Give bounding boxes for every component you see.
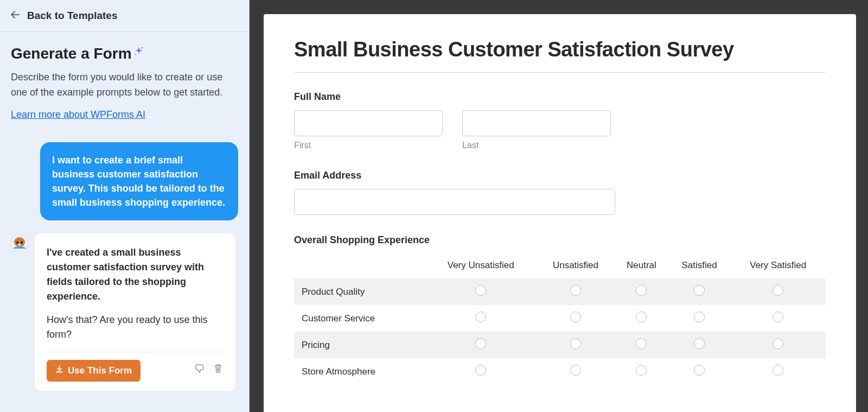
last-name-col: Last xyxy=(462,110,611,150)
matrix-row: Store Atmosphere xyxy=(294,358,826,385)
radio-option[interactable] xyxy=(636,338,647,349)
matrix-col-header: Unsatisfied xyxy=(537,255,615,278)
divider xyxy=(47,352,224,352)
radio-option[interactable] xyxy=(773,338,783,349)
ai-followup-text: How's that? Are you ready to use this fo… xyxy=(47,313,224,342)
use-this-form-button[interactable]: Use This Form xyxy=(47,360,141,382)
svg-point-1 xyxy=(135,54,136,55)
last-name-sublabel: Last xyxy=(462,141,611,150)
radio-option[interactable] xyxy=(773,285,783,296)
matrix-row: Customer Service xyxy=(294,305,826,332)
matrix-row: Product Quality xyxy=(294,278,826,305)
matrix-row-label: Pricing xyxy=(294,332,425,358)
sidebar: Back to Templates Generate a Form Descri… xyxy=(0,0,250,412)
ai-message: I've created a small business customer s… xyxy=(35,233,235,391)
matrix-section: Overall Shopping Experience Very Unsatis… xyxy=(294,234,826,385)
matrix-row-label: Store Atmosphere xyxy=(294,358,425,385)
last-name-input[interactable] xyxy=(462,110,611,136)
user-message: I want to create a brief small business … xyxy=(40,142,238,220)
thumbs-down-icon[interactable] xyxy=(194,363,205,378)
svg-point-0 xyxy=(141,47,142,48)
matrix-col-header: Satisfied xyxy=(668,255,731,278)
radio-option[interactable] xyxy=(475,338,486,349)
form-preview-panel: Small Business Customer Satisfaction Sur… xyxy=(264,14,856,412)
radio-option[interactable] xyxy=(773,365,783,376)
matrix-col-header: Neutral xyxy=(615,255,668,278)
email-section: Email Address xyxy=(294,170,826,215)
radio-option[interactable] xyxy=(694,312,705,322)
chat-area: I want to create a brief small business … xyxy=(0,130,249,412)
full-name-label: Full Name xyxy=(294,91,826,103)
back-to-templates-link[interactable]: Back to Templates xyxy=(0,0,249,32)
title-divider xyxy=(294,72,826,73)
arrow-left-icon xyxy=(11,10,20,21)
download-icon xyxy=(55,365,63,376)
name-row: First Last xyxy=(294,110,826,150)
likert-matrix: Very Unsatisfied Unsatisfied Neutral Sat… xyxy=(294,255,826,385)
svg-point-5 xyxy=(21,242,23,244)
ai-actions: Use This Form xyxy=(47,360,224,382)
radio-option[interactable] xyxy=(773,312,783,322)
first-name-col: First xyxy=(294,110,443,150)
ai-response-text: I've created a small business customer s… xyxy=(47,245,224,304)
radio-option[interactable] xyxy=(694,365,705,376)
sparkle-icon xyxy=(133,43,144,61)
email-label: Email Address xyxy=(294,170,826,181)
radio-option[interactable] xyxy=(570,312,581,322)
radio-option[interactable] xyxy=(570,338,581,349)
radio-option[interactable] xyxy=(636,365,647,376)
ai-message-row: I've created a small business customer s… xyxy=(11,233,238,391)
radio-option[interactable] xyxy=(570,365,581,376)
matrix-col-header: Very Unsatisfied xyxy=(425,255,537,278)
trash-icon[interactable] xyxy=(213,363,224,378)
matrix-col-header: Very Satisfied xyxy=(730,255,826,278)
matrix-label: Overall Shopping Experience xyxy=(294,234,826,246)
radio-option[interactable] xyxy=(475,365,486,376)
avatar xyxy=(11,234,28,252)
back-label: Back to Templates xyxy=(27,10,117,22)
radio-option[interactable] xyxy=(636,312,647,322)
first-name-sublabel: First xyxy=(294,141,443,150)
learn-more-link[interactable]: Learn more about WPForms AI xyxy=(11,109,145,121)
sidebar-header: Generate a Form Describe the form you wo… xyxy=(0,32,249,130)
form-title: Small Business Customer Satisfaction Sur… xyxy=(294,38,826,61)
radio-option[interactable] xyxy=(475,285,486,296)
radio-option[interactable] xyxy=(694,285,705,296)
generate-form-description: Describe the form you would like to crea… xyxy=(11,70,238,100)
matrix-row-label: Customer Service xyxy=(294,305,425,332)
form-preview-wrapper: Small Business Customer Satisfaction Sur… xyxy=(250,0,868,412)
generate-form-title: Generate a Form xyxy=(11,45,238,62)
radio-option[interactable] xyxy=(570,285,581,296)
radio-option[interactable] xyxy=(475,312,486,322)
svg-point-4 xyxy=(16,242,18,244)
radio-option[interactable] xyxy=(694,338,705,349)
use-button-label: Use This Form xyxy=(68,365,132,376)
radio-option[interactable] xyxy=(636,285,647,296)
svg-point-6 xyxy=(18,244,21,246)
email-input[interactable] xyxy=(294,189,615,215)
feedback-icons xyxy=(194,363,224,378)
matrix-row-label: Product Quality xyxy=(294,278,425,305)
first-name-input[interactable] xyxy=(294,110,443,136)
generate-form-title-text: Generate a Form xyxy=(11,45,132,62)
matrix-row: Pricing xyxy=(294,332,826,358)
